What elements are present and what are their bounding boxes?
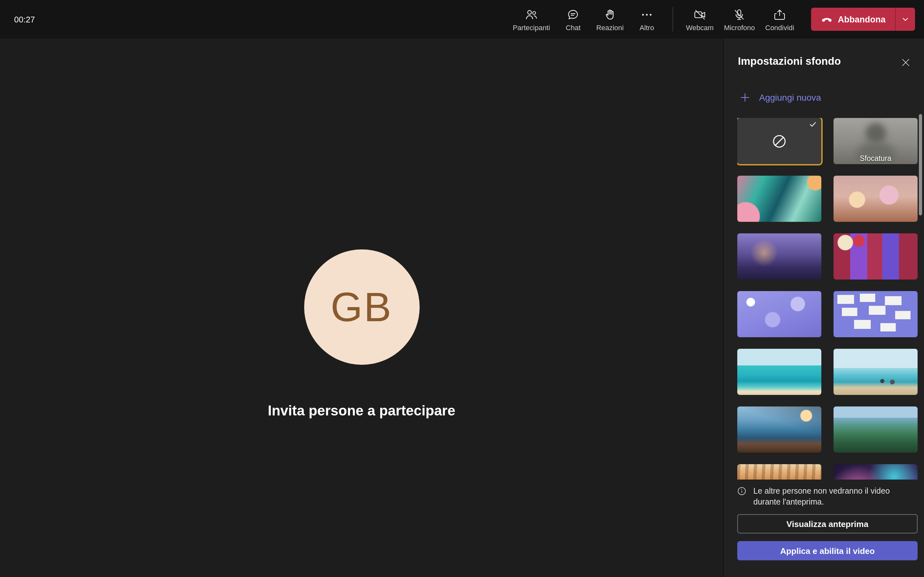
blurred-person-head <box>865 123 886 143</box>
webcam-toggle-button[interactable]: Webcam <box>682 3 717 36</box>
participants-icon <box>524 7 538 21</box>
leave-label: Abbandona <box>838 15 886 24</box>
participants-button[interactable]: Partecipanti <box>509 3 554 36</box>
apply-enable-video-button[interactable]: Applica e abilita il video <box>737 541 918 560</box>
webcam-label: Webcam <box>686 23 714 31</box>
background-tile-canyon[interactable] <box>737 464 821 480</box>
background-tile-tropical-beach[interactable] <box>737 349 821 395</box>
no-background-icon <box>771 132 788 150</box>
background-tile-abstract-waves[interactable] <box>737 176 821 222</box>
more-label: Altro <box>640 23 654 31</box>
avatar-initials: GB <box>331 284 393 331</box>
background-tile-birthday[interactable] <box>834 176 918 222</box>
share-button[interactable]: Condividi <box>761 3 798 36</box>
background-settings-panel: Impostazioni sfondo Aggiungi nuova Sfoca… <box>723 39 924 577</box>
close-panel-button[interactable] <box>896 53 915 72</box>
background-tile-sticky-notes[interactable] <box>834 291 918 337</box>
background-tile-beach-boat[interactable] <box>834 349 918 395</box>
plus-icon <box>739 92 751 103</box>
preview-info: Le altre persone non vedranno il video d… <box>737 486 915 508</box>
meeting-stage: GB Invita persone a partecipare <box>0 39 723 577</box>
background-tile-ocean-cliffs[interactable] <box>737 406 821 453</box>
toolbar-divider <box>672 7 673 31</box>
invite-message: Invita persone a partecipare <box>0 403 723 419</box>
background-tile-none[interactable] <box>737 118 821 164</box>
hang-up-phone-icon <box>821 13 833 25</box>
microphone-off-icon <box>732 7 746 21</box>
microphone-toggle-button[interactable]: Microfono <box>720 3 759 36</box>
leave-options-button[interactable] <box>895 8 915 31</box>
chat-label: Chat <box>565 23 581 31</box>
chat-icon <box>566 7 580 21</box>
meeting-timer: 00:27 <box>14 15 35 24</box>
preview-button[interactable]: Visualizza anteprima <box>737 514 918 533</box>
selected-check-icon <box>809 120 817 129</box>
panel-scrollbar-thumb[interactable] <box>919 114 922 215</box>
webcam-off-icon <box>693 7 707 21</box>
more-ellipsis-icon <box>640 7 654 21</box>
teams-meeting-window: 00:27 Partecipanti Chat Reazioni <box>0 0 924 577</box>
add-new-background-button[interactable]: Aggiungi nuova <box>735 91 825 104</box>
background-tile-modern-shelves[interactable] <box>834 234 918 279</box>
leave-split-button: Abbandona <box>811 8 915 31</box>
preview-info-text: Le altre persone non vedranno il video d… <box>753 486 915 508</box>
toolbar-actions: Partecipanti Chat Reazioni Altro <box>509 3 915 36</box>
background-grid: Sfocatura <box>737 118 918 480</box>
background-tile-purple-fluffy[interactable] <box>737 291 821 337</box>
background-tile-mountain-valley[interactable] <box>834 406 918 453</box>
meeting-toolbar: 00:27 Partecipanti Chat Reazioni <box>0 0 924 39</box>
background-tile-living-room[interactable] <box>737 234 821 279</box>
more-button[interactable]: Altro <box>630 3 664 36</box>
participants-label: Partecipanti <box>513 23 550 31</box>
background-label: Sfocatura <box>834 155 918 162</box>
share-label: Condividi <box>765 23 795 31</box>
chevron-down-icon <box>900 14 911 24</box>
leave-button[interactable]: Abbandona <box>811 8 895 31</box>
microphone-label: Microfono <box>724 23 755 31</box>
chat-button[interactable]: Chat <box>556 3 590 36</box>
avatar: GB <box>304 250 419 365</box>
reactions-hand-icon <box>603 7 617 21</box>
panel-title: Impostazioni sfondo <box>738 55 841 67</box>
share-screen-icon <box>772 7 787 21</box>
background-tile-blur[interactable]: Sfocatura <box>834 118 918 164</box>
add-new-label: Aggiungi nuova <box>759 92 821 103</box>
background-tile-galaxy[interactable] <box>834 464 918 480</box>
reactions-button[interactable]: Reazioni <box>592 3 628 36</box>
close-icon <box>900 57 911 68</box>
info-icon <box>737 486 747 496</box>
reactions-label: Reazioni <box>596 23 624 31</box>
